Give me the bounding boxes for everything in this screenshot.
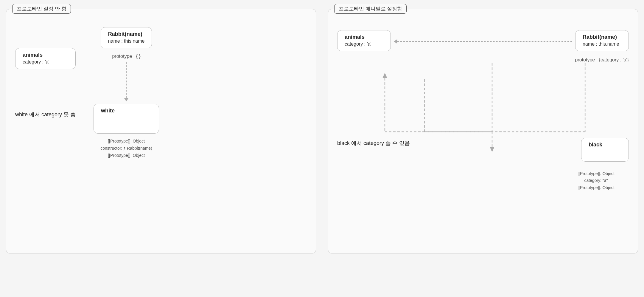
right-content: animals category : 'a' Rabbit(name) name… bbox=[337, 18, 629, 174]
left-info-line2: constructor: ƒ Rabbit(name) bbox=[100, 145, 152, 152]
left-content: animals category : 'a' white 에서 category… bbox=[15, 18, 307, 159]
right-arrow-head-left bbox=[394, 39, 397, 44]
left-animals-box: animals category : 'a' bbox=[15, 48, 76, 69]
left-panel-title: 프로토타입 설정 안 함 bbox=[12, 4, 71, 14]
svg-marker-7 bbox=[382, 73, 387, 78]
right-dashed-line-h bbox=[397, 41, 572, 42]
left-animals-prop: category : 'a' bbox=[23, 59, 68, 65]
can-use-text: black 에서 category 쓸 수 있음 bbox=[337, 140, 410, 147]
main-container: 프로토타입 설정 안 함 animals category : 'a' whit… bbox=[6, 9, 638, 253]
left-dashed-line-v bbox=[126, 62, 127, 98]
left-panel: 프로토타입 설정 안 함 animals category : 'a' whit… bbox=[6, 9, 316, 253]
left-rabbit-title: Rabbit(name) bbox=[108, 31, 145, 37]
left-prototype-label: prototype : { } bbox=[112, 54, 140, 59]
right-panel-title: 프로토타입 애니멀로 설정함 bbox=[334, 4, 407, 14]
left-rabbit-col: Rabbit(name) name : this.name prototype … bbox=[94, 27, 159, 159]
right-animals-title: animals bbox=[345, 34, 383, 40]
right-rabbit-box: Rabbit(name) name : this.name bbox=[575, 30, 629, 51]
left-info-line1: [[Prototype]]: Object bbox=[100, 138, 152, 145]
right-info-line3: [[Prototype]]: Object bbox=[563, 184, 629, 191]
left-white-title: white bbox=[101, 108, 152, 114]
cant-use-text: white 에서 category 못 씀 bbox=[15, 111, 76, 118]
left-rabbit-box: Rabbit(name) name : this.name bbox=[101, 27, 152, 48]
left-animals-title: animals bbox=[23, 52, 68, 58]
svg-marker-10 bbox=[490, 147, 494, 152]
right-rabbit-prop: name : this.name bbox=[583, 41, 621, 47]
right-animals-box: animals category : 'a' bbox=[337, 30, 391, 51]
left-top-row: animals category : 'a' white 에서 category… bbox=[15, 27, 307, 159]
right-black-box: black bbox=[581, 138, 629, 162]
left-info-line3: [[Prototype]]: Object bbox=[100, 152, 152, 159]
left-info-lines: [[Prototype]]: Object constructor: ƒ Rab… bbox=[100, 138, 152, 159]
left-rabbit-prop: name : this.name bbox=[108, 38, 145, 44]
right-animals-prop: category : 'a' bbox=[345, 41, 383, 47]
left-arrow-head-down bbox=[124, 98, 129, 101]
right-info-line1: [[Prototype]]: Object bbox=[563, 170, 629, 177]
right-info-line2: category: "a" bbox=[563, 177, 629, 184]
right-info-lines: [[Prototype]]: Object category: "a" [[Pr… bbox=[563, 170, 629, 191]
right-rabbit-title: Rabbit(name) bbox=[583, 34, 621, 40]
right-panel: 프로토타입 애니멀로 설정함 animals category : 'a' Ra… bbox=[328, 9, 638, 253]
right-black-title: black bbox=[589, 142, 621, 148]
left-white-box: white bbox=[94, 104, 159, 134]
